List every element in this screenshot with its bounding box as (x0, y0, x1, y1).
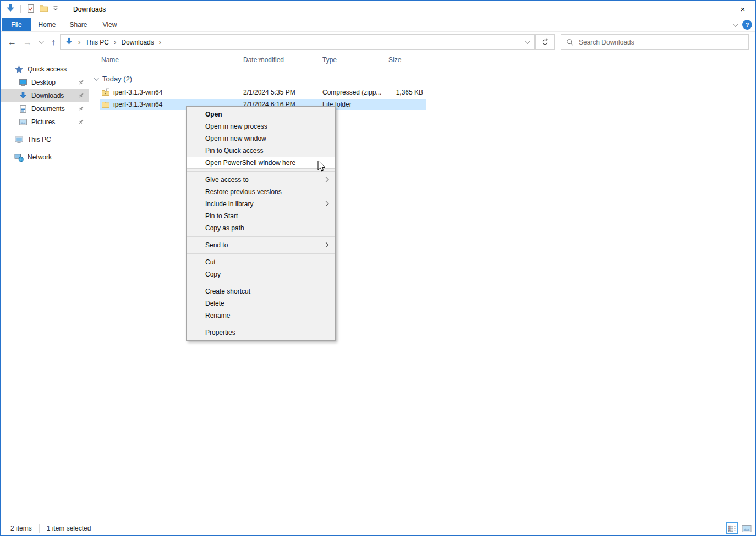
sidebar-item-this-pc[interactable]: This PC (1, 133, 89, 146)
large-icons-view-icon (742, 524, 752, 533)
downloads-folder-app-icon[interactable] (6, 3, 15, 15)
context-menu-item-delete[interactable]: Delete (187, 297, 335, 310)
column-header-type[interactable]: Type (322, 52, 337, 68)
refresh-button[interactable] (535, 34, 555, 50)
column-divider[interactable] (382, 55, 382, 65)
properties-icon[interactable] (26, 4, 35, 15)
forward-button[interactable]: → (20, 32, 35, 52)
pin-icon (78, 79, 84, 86)
tab-file[interactable]: File (2, 18, 31, 31)
column-header-name[interactable]: Name (101, 52, 119, 68)
context-menu-item-copy-as-path[interactable]: Copy as path (187, 222, 335, 234)
column-divider[interactable] (429, 55, 429, 65)
file-date-modified: 2/1/2024 5:35 PM (243, 87, 295, 98)
sidebar-item-label: Pictures (31, 118, 55, 126)
toolbar-separator (64, 5, 64, 13)
context-menu-item-send-to[interactable]: Send to (187, 239, 335, 251)
refresh-icon (541, 38, 549, 46)
address-dropdown-chevron-icon[interactable] (519, 35, 534, 49)
back-button[interactable]: ← (5, 32, 19, 52)
minimize-button[interactable] (680, 1, 705, 18)
context-menu-item-rename[interactable]: Rename (187, 310, 335, 322)
submenu-chevron-icon (324, 242, 329, 248)
tab-home[interactable]: Home (31, 18, 63, 31)
expand-ribbon-chevron-icon[interactable] (733, 21, 737, 29)
context-menu-item-properties[interactable]: Properties (187, 327, 335, 339)
up-button[interactable]: ↑ (47, 32, 60, 52)
context-menu-item-pin-to-quick-access[interactable]: Pin to Quick access (187, 145, 335, 157)
address-bar[interactable]: › This PC › Downloads › (60, 34, 535, 50)
menu-separator (187, 171, 335, 172)
breadcrumb-chevron-icon: › (114, 38, 116, 46)
sidebar-item-label: Quick access (28, 65, 67, 73)
sidebar-item-network[interactable]: Network (1, 151, 89, 164)
new-folder-icon[interactable] (39, 4, 48, 15)
context-menu-item-open-in-new-window[interactable]: Open in new window (187, 132, 335, 145)
pin-icon (78, 119, 84, 125)
quick-access-toolbar: Downloads (1, 3, 106, 15)
sidebar-item-downloads[interactable]: Downloads (1, 89, 89, 102)
group-label: Today (2) (102, 75, 132, 83)
context-menu-item-open[interactable]: Open (187, 108, 335, 120)
group-collapse-chevron-icon[interactable] (94, 75, 99, 81)
navigation-bar: ← → ↑ › This PC › Downloads › (1, 32, 755, 52)
recent-locations-chevron-icon[interactable] (35, 32, 46, 52)
details-view-button[interactable] (726, 522, 738, 534)
sidebar-item-label: Network (28, 153, 52, 161)
context-menu-item-copy[interactable]: Copy (187, 268, 335, 280)
breadcrumb-downloads[interactable]: Downloads (121, 38, 154, 46)
search-input[interactable] (579, 38, 743, 46)
tab-share[interactable]: Share (63, 18, 94, 31)
sidebar-item-label: Documents (31, 105, 65, 113)
submenu-chevron-icon (324, 177, 329, 183)
context-menu-item-give-access-to[interactable]: Give access to (187, 174, 335, 186)
status-bar: 2 items 1 item selected (1, 521, 755, 535)
navigation-pane: Quick access Desktop Downloads Documents… (1, 52, 89, 521)
sidebar-item-documents[interactable]: Documents (1, 102, 89, 115)
breadcrumb-this-pc[interactable]: This PC (85, 38, 109, 46)
folder-icon (101, 100, 110, 113)
explorer-window: Downloads × File Home Share View ? ← → ↑ (0, 0, 756, 536)
context-menu-item-cut[interactable]: Cut (187, 256, 335, 268)
file-row-zip[interactable]: iperf-3.1.3-win64 2/1/2024 5:35 PM Compr… (89, 87, 433, 98)
toolbar-separator (20, 5, 21, 13)
help-icon[interactable]: ? (742, 20, 752, 30)
menu-separator (187, 253, 335, 254)
context-menu-item-open-powershell-window-here[interactable]: Open PowerShell window here (187, 157, 335, 169)
menu-separator (187, 283, 335, 283)
customize-toolbar-icon[interactable] (52, 5, 59, 13)
context-menu-item-pin-to-start[interactable]: Pin to Start (187, 210, 335, 222)
group-header-line (140, 79, 426, 79)
context-menu-item-open-in-new-process[interactable]: Open in new process (187, 120, 335, 132)
items-count: 2 items (10, 524, 32, 532)
column-header-date-modified[interactable]: Date modified (243, 52, 284, 68)
tab-view[interactable]: View (94, 18, 125, 31)
sidebar-item-label: This PC (28, 136, 51, 143)
column-divider[interactable] (239, 55, 239, 65)
sidebar-item-quick-access[interactable]: Quick access (1, 63, 89, 76)
window-title: Downloads (73, 5, 106, 13)
sidebar-item-pictures[interactable]: Pictures (1, 115, 89, 129)
sidebar-item-label: Downloads (31, 92, 64, 100)
column-divider[interactable] (319, 55, 319, 65)
desktop-icon (19, 78, 28, 87)
network-icon (14, 153, 24, 162)
title-bar: Downloads × (1, 1, 755, 18)
submenu-chevron-icon (324, 201, 329, 207)
search-icon (566, 38, 574, 46)
close-icon: × (741, 5, 746, 13)
selected-count: 1 item selected (47, 524, 91, 532)
context-menu-item-include-in-library[interactable]: Include in library (187, 198, 335, 210)
breadcrumb-chevron-icon: › (159, 38, 161, 46)
sidebar-item-desktop[interactable]: Desktop (1, 76, 89, 89)
maximize-button[interactable] (705, 1, 730, 18)
context-menu-item-create-shortcut[interactable]: Create shortcut (187, 285, 335, 297)
downloads-location-icon[interactable] (65, 37, 73, 47)
downloads-arrow-icon (19, 91, 28, 100)
column-header-size[interactable]: Size (388, 52, 401, 68)
context-menu-item-restore-previous-versions[interactable]: Restore previous versions (187, 186, 335, 198)
pin-icon (78, 92, 84, 99)
status-separator (98, 524, 98, 533)
large-icons-view-button[interactable] (740, 522, 753, 534)
close-button[interactable]: × (730, 1, 755, 18)
